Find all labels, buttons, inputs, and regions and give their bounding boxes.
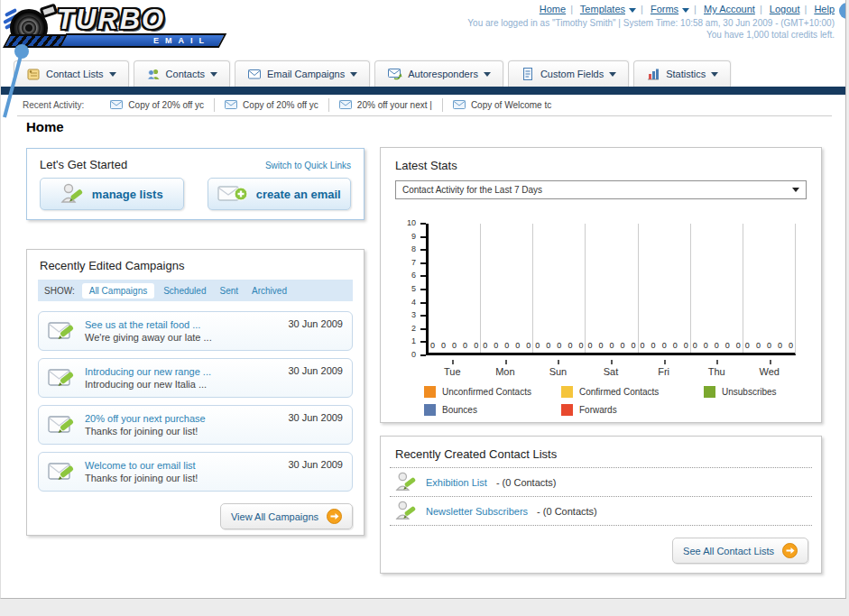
filter-archived[interactable]: Archived [252, 286, 287, 296]
tab-label: Autoresponders [408, 69, 478, 79]
campaign-date: 30 Jun 2009 [288, 412, 343, 423]
envelope-plus-icon [217, 184, 248, 204]
tab-custom-fields[interactable]: Custom Fields [508, 60, 629, 87]
data-value-label: 0 [725, 341, 730, 350]
legend-label: Bounces [442, 405, 477, 415]
envelope-edit-icon [48, 460, 77, 483]
contact-list-link[interactable]: Exhibition List [426, 477, 487, 488]
y-tick-label: 4 [411, 299, 416, 307]
chevron-down-icon [609, 72, 616, 77]
recent-activity-label: Recent Activity: [23, 100, 84, 110]
day-group: 00000 [743, 224, 795, 353]
nav-link-templates[interactable]: Templates [580, 4, 625, 14]
see-all-contact-lists-button[interactable]: See All Contact Lists [672, 538, 808, 564]
legend-label: Confirmed Contacts [579, 387, 659, 397]
person-pencil-icon [60, 182, 84, 206]
data-value-label: 0 [515, 341, 520, 350]
chevron-down-icon [109, 72, 116, 77]
top-nav: Home| Templates| Forms| My Account| Logo… [467, 4, 835, 40]
legend-item: Confirmed Contacts [561, 386, 704, 398]
y-tick-label: 8 [411, 245, 416, 253]
recent-activity-item[interactable]: Copy of 20% off yc [215, 98, 329, 112]
y-tick-label: 9 [411, 233, 416, 241]
data-value-label: 0 [452, 341, 457, 350]
logo-email-bar: EMAIL [59, 33, 227, 48]
day-group: 00000 [639, 224, 691, 353]
person-pencil-icon [395, 499, 417, 523]
arrow-right-icon [327, 509, 342, 524]
campaign-row[interactable]: Introducing our new range ... Introducin… [38, 358, 353, 398]
chevron-down-icon [484, 72, 491, 77]
manage-lists-button[interactable]: manage lists [40, 178, 184, 210]
tab-statistics[interactable]: Statistics [633, 60, 731, 87]
nav-link-logout[interactable]: Logout [770, 4, 800, 14]
chevron-down-icon [350, 72, 357, 77]
contact-lists-title: Recently Created Contact Lists [381, 437, 821, 467]
data-value-label: 0 [641, 341, 645, 350]
campaign-subtitle: We're giving away our late ... [85, 332, 343, 343]
legend-label: Unsubscribes [722, 387, 777, 397]
campaign-date: 30 Jun 2009 [288, 318, 343, 329]
tab-contacts[interactable]: Contacts [134, 60, 230, 87]
nav-link-forms[interactable]: Forms [651, 4, 678, 14]
view-all-campaigns-button[interactable]: View All Campaigns [220, 503, 353, 529]
filter-sent[interactable]: Sent [219, 286, 238, 296]
nav-link-my-account[interactable]: My Account [704, 4, 755, 14]
envelope-icon [339, 100, 352, 109]
campaign-row[interactable]: See us at the retail food ... We're givi… [38, 311, 353, 351]
stats-period-dropdown[interactable]: Contact Activity for the Last 7 Days [395, 180, 807, 199]
contact-list-link[interactable]: Newsletter Subscribers [426, 506, 528, 517]
y-tick-label: 10 [407, 219, 416, 227]
tab-label: Contacts [166, 69, 205, 79]
envelope-edit-icon [48, 413, 77, 437]
campaign-row[interactable]: Welcome to our email list Thanks for joi… [38, 452, 353, 492]
x-tick-label: Sun [531, 360, 585, 377]
switch-quick-links[interactable]: Switch to Quick Links [265, 161, 351, 170]
logo-text: TURBO [57, 4, 165, 36]
campaign-date: 30 Jun 2009 [288, 365, 343, 376]
recent-activity-item[interactable]: 20% off your next | [329, 98, 443, 112]
custom-fields-icon [521, 67, 535, 81]
data-value-label: 0 [745, 341, 750, 350]
nav-link-home[interactable]: Home [540, 4, 566, 14]
data-value-label: 0 [662, 341, 667, 350]
campaign-subtitle: Introducing our new Italia ... [85, 379, 343, 390]
day-group: 00000 [533, 224, 586, 353]
data-value-label: 0 [704, 341, 708, 350]
navy-divider-bar [1, 87, 845, 95]
data-value-label: 0 [684, 341, 688, 350]
credits-info: You have 1,000 total credits left. [467, 30, 835, 40]
data-value-label: 0 [736, 341, 741, 350]
nav-link-help[interactable]: Help [814, 4, 835, 14]
contact-list-row[interactable]: Newsletter Subscribers - (0 Contacts) [381, 497, 821, 525]
legend-swatch [424, 386, 436, 398]
envelope-icon [110, 100, 123, 109]
tab-contact-lists[interactable]: Contact Lists [14, 60, 129, 87]
legend-swatch [704, 386, 715, 398]
data-value-label: 0 [494, 341, 498, 350]
filter-all-campaigns[interactable]: All Campaigns [82, 283, 154, 299]
legend-swatch [561, 386, 573, 398]
y-tick-label: 0 [411, 351, 416, 359]
data-value-label: 0 [587, 341, 592, 350]
tab-email-campaigns[interactable]: Email Campaigns [235, 60, 370, 87]
campaigns-title: Recently Edited Campaigns [27, 250, 364, 280]
activity-item-label: 20% off your next | [357, 100, 432, 110]
recent-activity-item[interactable]: Copy of 20% off yc [100, 98, 215, 112]
app-window: TURBO EMAIL Home| Templates| Forms| My A… [0, 0, 846, 599]
data-value-label: 0 [441, 341, 446, 350]
campaigns-panel: Recently Edited Campaigns SHOW: All Camp… [26, 249, 365, 536]
filter-scheduled[interactable]: Scheduled [163, 286, 206, 296]
day-group: 00000 [691, 224, 743, 353]
tab-autoresponders[interactable]: Autoresponders [374, 60, 503, 87]
data-value-label: 0 [632, 341, 636, 350]
y-tick-label: 6 [411, 271, 416, 280]
campaign-row[interactable]: 20% off your next purchase Thanks for jo… [38, 405, 353, 445]
create-email-button[interactable]: create an email [208, 178, 352, 210]
tab-label: Email Campaigns [267, 69, 345, 79]
data-value-label: 0 [557, 341, 561, 350]
contact-list-row[interactable]: Exhibition List - (0 Contacts) [381, 468, 821, 496]
chevron-down-icon [682, 8, 689, 13]
data-value-label: 0 [673, 341, 678, 350]
recent-activity-item[interactable]: Copy of Welcome tc [443, 98, 561, 112]
